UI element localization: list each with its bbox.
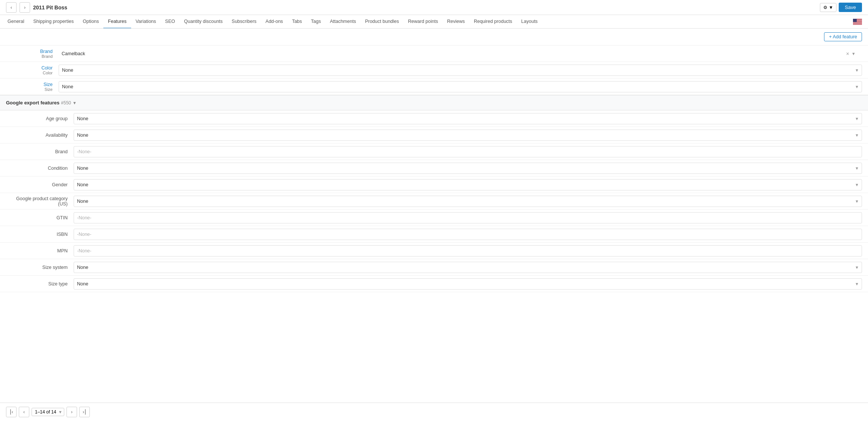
last-page-button[interactable]: ›⎮	[79, 407, 90, 417]
size-label-group: Size Size	[6, 82, 59, 92]
svg-rect-8	[853, 22, 862, 23]
brand-value-area: Camelback × ▼	[59, 49, 862, 58]
age-group-row: Age group None ▼	[0, 110, 868, 127]
svg-rect-11	[853, 24, 862, 24]
size-type-select[interactable]: None	[74, 278, 862, 290]
size-link[interactable]: Size	[44, 82, 53, 87]
tab-options[interactable]: Options	[78, 15, 103, 29]
tab-product-bundles[interactable]: Product bundles	[360, 15, 403, 29]
condition-select[interactable]: None	[74, 163, 862, 174]
isbn-label: ISBN	[6, 232, 74, 237]
brand-link[interactable]: Brand	[40, 49, 53, 54]
brand-label-group: Brand Brand	[6, 49, 59, 59]
size-type-select-wrap: None ▼	[74, 278, 862, 290]
tab-shipping[interactable]: Shipping properties	[29, 15, 78, 29]
gear-icon: ⚙	[823, 5, 827, 10]
tab-general[interactable]: General	[3, 15, 29, 29]
brand-feature-row: Brand Brand Camelback × ▼	[0, 45, 868, 62]
svg-rect-7	[853, 22, 862, 22]
tab-features[interactable]: Features	[103, 15, 131, 29]
google-export-collapse-icon[interactable]: ▼	[73, 101, 77, 105]
first-page-button[interactable]: ⎮‹	[6, 407, 17, 417]
google-product-category-select[interactable]: None	[74, 196, 862, 207]
gender-value: None ▼	[74, 179, 862, 190]
back-button[interactable]: ‹	[6, 2, 17, 13]
footer-pagination: ⎮‹ ‹ 1–14 of 14 ▼ › ›⎮	[0, 403, 868, 419]
prev-page-button[interactable]: ‹	[19, 407, 29, 417]
size-system-select[interactable]: None	[74, 262, 862, 273]
color-link[interactable]: Color	[41, 65, 53, 71]
gender-label: Gender	[6, 182, 74, 187]
gexport-brand-input[interactable]	[74, 146, 862, 157]
page-select-wrap: 1–14 of 14 ▼	[32, 408, 64, 416]
gender-select[interactable]: None	[74, 179, 862, 190]
tab-tags[interactable]: Tags	[307, 15, 325, 29]
svg-rect-10	[853, 23, 862, 24]
size-system-row: Size system None ▼	[0, 259, 868, 276]
condition-select-wrap: None ▼	[74, 163, 862, 174]
isbn-row: ISBN	[0, 226, 868, 243]
size-select-wrap: None ▼	[59, 81, 862, 92]
forward-button[interactable]: ›	[20, 2, 30, 13]
google-product-category-value: None ▼	[74, 196, 862, 207]
size-system-select-wrap: None ▼	[74, 262, 862, 273]
brand-dropdown-icon[interactable]: ▼	[851, 51, 856, 56]
gtin-input[interactable]	[74, 212, 862, 223]
color-value-area: None ▼	[59, 65, 862, 76]
tab-tabs[interactable]: Tabs	[287, 15, 306, 29]
age-group-select-wrap: None ▼	[74, 113, 862, 124]
google-export-title: Google export features	[6, 100, 59, 106]
add-feature-button[interactable]: + Add feature	[824, 32, 862, 41]
tab-reward-points[interactable]: Reward points	[404, 15, 443, 29]
google-export-id: #550	[61, 100, 71, 106]
color-select-wrap: None ▼	[59, 65, 862, 76]
color-select[interactable]: None	[59, 65, 862, 76]
availability-select-wrap: None ▼	[74, 130, 862, 141]
size-type-row: Size type None ▼	[0, 276, 868, 292]
google-product-category-label: Google product category (US)	[6, 196, 74, 207]
mpn-label: MPN	[6, 248, 74, 254]
main-content: + Add feature Brand Brand Camelback × ▼ …	[0, 29, 868, 419]
tab-layouts[interactable]: Layouts	[517, 15, 542, 29]
tab-seo[interactable]: SEO	[160, 15, 179, 29]
settings-button[interactable]: ⚙ ▼	[820, 3, 836, 12]
availability-select[interactable]: None	[74, 130, 862, 141]
isbn-input[interactable]	[74, 229, 862, 240]
language-flag[interactable]	[853, 19, 862, 25]
size-type-label: Size type	[6, 281, 74, 287]
mpn-value	[74, 245, 862, 257]
page-title: 2011 Pit Boss	[33, 5, 67, 11]
gexport-brand-row: Brand	[0, 143, 868, 160]
google-export-section-header: Google export features #550 ▼	[0, 95, 868, 110]
brand-clear-button[interactable]: ×	[846, 51, 849, 57]
gear-dropdown-icon: ▼	[829, 5, 833, 10]
age-group-label: Age group	[6, 116, 74, 121]
tab-addons[interactable]: Add-ons	[261, 15, 288, 29]
tabs-bar: General Shipping properties Options Feat…	[0, 15, 868, 29]
tab-reviews[interactable]: Reviews	[443, 15, 469, 29]
age-group-select[interactable]: None	[74, 113, 862, 124]
brand-sublabel: Brand	[42, 54, 53, 59]
tab-quantity-discounts[interactable]: Quantity discounts	[180, 15, 227, 29]
mpn-input[interactable]	[74, 245, 862, 257]
size-sublabel: Size	[45, 87, 53, 92]
header-left: ‹ › 2011 Pit Boss	[6, 2, 67, 13]
gtin-row: GTIN	[0, 210, 868, 226]
tab-variations[interactable]: Variations	[131, 15, 161, 29]
tab-subscribers[interactable]: Subscribers	[227, 15, 261, 29]
gexport-brand-value	[74, 146, 862, 157]
save-button[interactable]: Save	[839, 3, 862, 12]
google-product-category-select-wrap: None ▼	[74, 196, 862, 207]
page-select[interactable]: 1–14 of 14	[32, 408, 64, 416]
action-bar: + Add feature	[0, 29, 868, 45]
size-select[interactable]: None	[59, 81, 862, 92]
next-page-button[interactable]: ›	[67, 407, 77, 417]
brand-value: Camelback	[59, 49, 844, 58]
availability-value: None ▼	[74, 130, 862, 141]
size-feature-row: Size Size None ▼	[0, 78, 868, 95]
header-right: ⚙ ▼ Save	[820, 3, 862, 12]
condition-row: Condition None ▼	[0, 160, 868, 177]
size-system-label: Size system	[6, 265, 74, 270]
tab-attachments[interactable]: Attachments	[325, 15, 360, 29]
tab-required-products[interactable]: Required products	[469, 15, 517, 29]
